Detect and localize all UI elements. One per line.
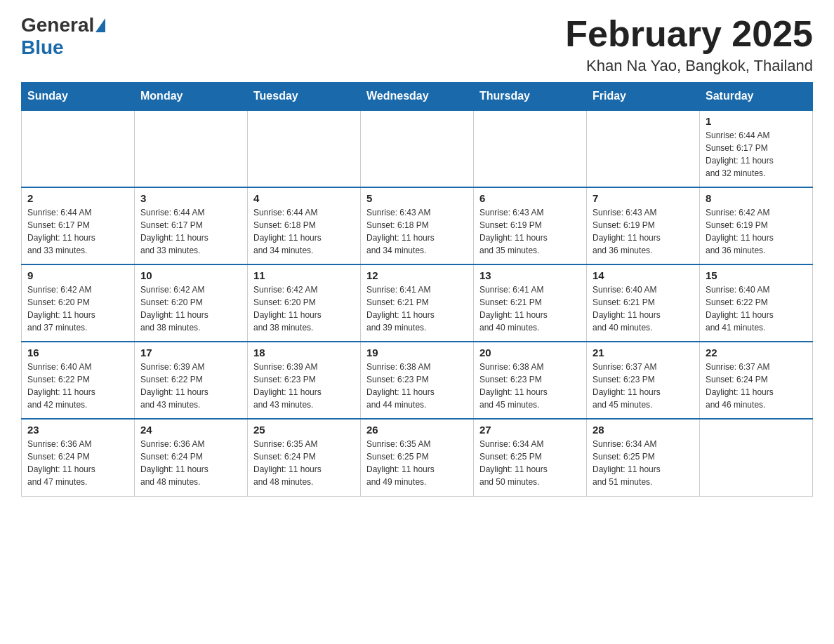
day-number: 5 [366, 192, 468, 204]
calendar-header-wednesday: Wednesday [361, 83, 474, 111]
day-info: Sunrise: 6:35 AM Sunset: 6:24 PM Dayligh… [253, 438, 355, 488]
calendar-cell: 18Sunrise: 6:39 AM Sunset: 6:23 PM Dayli… [248, 342, 361, 419]
calendar-cell: 7Sunrise: 6:43 AM Sunset: 6:19 PM Daylig… [587, 187, 700, 264]
calendar-cell: 14Sunrise: 6:40 AM Sunset: 6:21 PM Dayli… [587, 264, 700, 342]
day-number: 24 [140, 424, 241, 436]
day-info: Sunrise: 6:39 AM Sunset: 6:23 PM Dayligh… [253, 361, 355, 411]
title-section: February 2025 Khan Na Yao, Bangkok, Thai… [565, 14, 813, 75]
day-number: 23 [27, 424, 128, 436]
day-info: Sunrise: 6:38 AM Sunset: 6:23 PM Dayligh… [479, 361, 581, 411]
week-row-1: 1Sunrise: 6:44 AM Sunset: 6:17 PM Daylig… [22, 110, 813, 187]
calendar-cell: 26Sunrise: 6:35 AM Sunset: 6:25 PM Dayli… [361, 419, 474, 496]
day-info: Sunrise: 6:34 AM Sunset: 6:25 PM Dayligh… [593, 438, 694, 488]
day-number: 26 [366, 424, 468, 436]
week-row-5: 23Sunrise: 6:36 AM Sunset: 6:24 PM Dayli… [22, 419, 813, 496]
day-number: 8 [706, 192, 807, 204]
day-number: 27 [479, 424, 581, 436]
day-info: Sunrise: 6:44 AM Sunset: 6:18 PM Dayligh… [253, 206, 355, 257]
calendar-header-thursday: Thursday [474, 83, 587, 111]
calendar-cell: 4Sunrise: 6:44 AM Sunset: 6:18 PM Daylig… [248, 187, 361, 264]
page-header: General Blue February 2025 Khan Na Yao, … [21, 14, 813, 75]
calendar-cell [135, 110, 248, 187]
calendar-cell: 25Sunrise: 6:35 AM Sunset: 6:24 PM Dayli… [248, 419, 361, 496]
day-info: Sunrise: 6:44 AM Sunset: 6:17 PM Dayligh… [140, 206, 241, 257]
day-number: 9 [27, 269, 128, 281]
day-number: 20 [479, 347, 581, 358]
calendar-cell: 3Sunrise: 6:44 AM Sunset: 6:17 PM Daylig… [135, 187, 248, 264]
logo-blue-text: Blue [21, 36, 64, 59]
day-number: 4 [253, 192, 355, 204]
calendar-cell: 28Sunrise: 6:34 AM Sunset: 6:25 PM Dayli… [587, 419, 700, 496]
calendar-header-sunday: Sunday [22, 83, 135, 111]
day-info: Sunrise: 6:44 AM Sunset: 6:17 PM Dayligh… [27, 206, 128, 257]
month-title: February 2025 [565, 14, 813, 54]
day-number: 7 [593, 192, 694, 204]
calendar-cell: 17Sunrise: 6:39 AM Sunset: 6:22 PM Dayli… [135, 342, 248, 419]
location-title: Khan Na Yao, Bangkok, Thailand [565, 57, 813, 75]
calendar-cell: 6Sunrise: 6:43 AM Sunset: 6:19 PM Daylig… [474, 187, 587, 264]
day-info: Sunrise: 6:43 AM Sunset: 6:19 PM Dayligh… [479, 206, 581, 257]
day-info: Sunrise: 6:43 AM Sunset: 6:18 PM Dayligh… [366, 206, 468, 257]
day-info: Sunrise: 6:41 AM Sunset: 6:21 PM Dayligh… [479, 283, 581, 334]
calendar-cell: 13Sunrise: 6:41 AM Sunset: 6:21 PM Dayli… [474, 264, 587, 342]
calendar-cell [22, 110, 135, 187]
calendar-cell: 9Sunrise: 6:42 AM Sunset: 6:20 PM Daylig… [22, 264, 135, 342]
day-number: 10 [140, 269, 241, 281]
day-info: Sunrise: 6:41 AM Sunset: 6:21 PM Dayligh… [366, 283, 468, 334]
day-info: Sunrise: 6:37 AM Sunset: 6:23 PM Dayligh… [593, 361, 694, 411]
day-number: 3 [140, 192, 241, 204]
day-number: 19 [366, 347, 468, 358]
day-info: Sunrise: 6:42 AM Sunset: 6:20 PM Dayligh… [140, 283, 241, 334]
logo-triangle-icon [95, 18, 105, 32]
calendar-cell: 19Sunrise: 6:38 AM Sunset: 6:23 PM Dayli… [361, 342, 474, 419]
day-info: Sunrise: 6:36 AM Sunset: 6:24 PM Dayligh… [27, 438, 128, 488]
day-info: Sunrise: 6:44 AM Sunset: 6:17 PM Dayligh… [706, 129, 807, 180]
calendar-header-friday: Friday [587, 83, 700, 111]
day-info: Sunrise: 6:39 AM Sunset: 6:22 PM Dayligh… [140, 361, 241, 411]
calendar-cell: 23Sunrise: 6:36 AM Sunset: 6:24 PM Dayli… [22, 419, 135, 496]
calendar-cell: 12Sunrise: 6:41 AM Sunset: 6:21 PM Dayli… [361, 264, 474, 342]
logo: General Blue [21, 14, 107, 59]
calendar-cell: 2Sunrise: 6:44 AM Sunset: 6:17 PM Daylig… [22, 187, 135, 264]
day-number: 12 [366, 269, 468, 281]
day-info: Sunrise: 6:38 AM Sunset: 6:23 PM Dayligh… [366, 361, 468, 411]
day-info: Sunrise: 6:43 AM Sunset: 6:19 PM Dayligh… [593, 206, 694, 257]
calendar-table: SundayMondayTuesdayWednesdayThursdayFrid… [21, 82, 813, 497]
calendar-cell: 5Sunrise: 6:43 AM Sunset: 6:18 PM Daylig… [361, 187, 474, 264]
day-info: Sunrise: 6:34 AM Sunset: 6:25 PM Dayligh… [479, 438, 581, 488]
day-number: 15 [706, 269, 807, 281]
day-info: Sunrise: 6:40 AM Sunset: 6:22 PM Dayligh… [27, 361, 128, 411]
day-number: 11 [253, 269, 355, 281]
calendar-cell: 11Sunrise: 6:42 AM Sunset: 6:20 PM Dayli… [248, 264, 361, 342]
calendar-header-monday: Monday [135, 83, 248, 111]
calendar-header-row: SundayMondayTuesdayWednesdayThursdayFrid… [22, 83, 813, 111]
week-row-2: 2Sunrise: 6:44 AM Sunset: 6:17 PM Daylig… [22, 187, 813, 264]
calendar-cell: 24Sunrise: 6:36 AM Sunset: 6:24 PM Dayli… [135, 419, 248, 496]
calendar-cell: 22Sunrise: 6:37 AM Sunset: 6:24 PM Dayli… [700, 342, 813, 419]
day-info: Sunrise: 6:35 AM Sunset: 6:25 PM Dayligh… [366, 438, 468, 488]
calendar-cell: 27Sunrise: 6:34 AM Sunset: 6:25 PM Dayli… [474, 419, 587, 496]
day-number: 28 [593, 424, 694, 436]
logo-general-text: General [21, 14, 94, 36]
day-info: Sunrise: 6:40 AM Sunset: 6:21 PM Dayligh… [593, 283, 694, 334]
day-number: 25 [253, 424, 355, 436]
day-number: 17 [140, 347, 241, 358]
day-info: Sunrise: 6:42 AM Sunset: 6:20 PM Dayligh… [27, 283, 128, 334]
calendar-cell [248, 110, 361, 187]
calendar-cell: 15Sunrise: 6:40 AM Sunset: 6:22 PM Dayli… [700, 264, 813, 342]
day-number: 21 [593, 347, 694, 358]
day-info: Sunrise: 6:42 AM Sunset: 6:19 PM Dayligh… [706, 206, 807, 257]
calendar-cell: 10Sunrise: 6:42 AM Sunset: 6:20 PM Dayli… [135, 264, 248, 342]
week-row-4: 16Sunrise: 6:40 AM Sunset: 6:22 PM Dayli… [22, 342, 813, 419]
day-info: Sunrise: 6:42 AM Sunset: 6:20 PM Dayligh… [253, 283, 355, 334]
day-number: 2 [27, 192, 128, 204]
calendar-cell: 1Sunrise: 6:44 AM Sunset: 6:17 PM Daylig… [700, 110, 813, 187]
calendar-header-saturday: Saturday [700, 83, 813, 111]
day-number: 16 [27, 347, 128, 358]
calendar-cell: 20Sunrise: 6:38 AM Sunset: 6:23 PM Dayli… [474, 342, 587, 419]
day-number: 1 [706, 115, 807, 127]
day-number: 14 [593, 269, 694, 281]
calendar-cell: 21Sunrise: 6:37 AM Sunset: 6:23 PM Dayli… [587, 342, 700, 419]
day-number: 22 [706, 347, 807, 358]
day-number: 18 [253, 347, 355, 358]
